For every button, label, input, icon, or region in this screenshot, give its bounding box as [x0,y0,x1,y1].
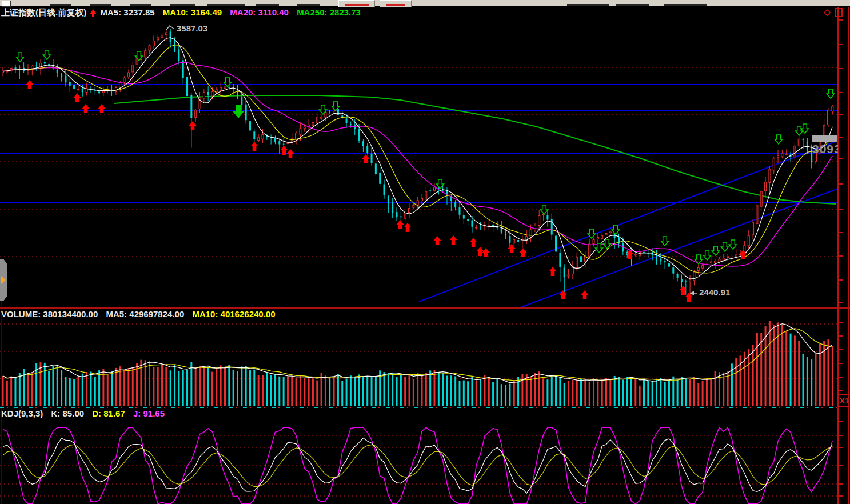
volume-bar [605,378,607,406]
volume-bar [735,358,737,406]
volume-bar [785,331,787,406]
candle-body-up [31,66,33,69]
sell-signal-arrow [827,89,835,98]
volume-bar [366,377,368,406]
candle-body-down [207,92,209,95]
volume-bar [65,377,66,406]
volume-bar [681,377,683,406]
kdj-j-value: 91.65 [143,409,165,418]
volume-bar [350,375,352,406]
buy-signal-arrow [26,80,34,89]
ma10-label: MA10: [163,7,189,17]
volume-bar [316,381,318,406]
candle-body-down [463,215,465,218]
volume-bar [702,381,704,406]
volume-bar [530,377,532,406]
buy-signal-arrow [581,290,589,299]
candle-body-down [517,240,519,242]
volume-bar [392,373,393,406]
volume-bar [337,374,339,406]
candle-body-up [312,122,314,125]
candle-body-down [350,124,352,125]
volume-bar [438,373,440,406]
candle-body-down [35,66,37,66]
volume-bar [546,379,548,406]
volume-bar [2,376,4,406]
volume-bar [484,375,485,406]
volume-bar [253,370,255,406]
candle-body-down [337,109,339,115]
candle-body-down [329,111,330,111]
volume-bar [421,375,423,406]
volume-bar [178,371,179,406]
volume-bar [211,372,213,406]
trendline [517,189,838,309]
candle-body-up [723,258,724,261]
volume-bar [677,379,679,406]
volume-bar [760,333,762,406]
volume-bar [454,376,456,406]
volume-bar [580,379,582,406]
buy-signal-arrow [520,248,527,257]
volume-bar [492,382,494,406]
ma250-line [114,95,836,204]
kdj-d-label: D: [92,409,101,418]
volume-bar [446,375,448,406]
volume-bar [639,386,641,406]
sell-signal-arrow [729,240,737,249]
ma250-label: MA250: [297,7,327,17]
volume-bar [773,325,775,406]
volume-bar [832,346,833,406]
volume-bar [442,373,444,406]
candle-body-up [605,233,607,235]
candle-body-down [668,263,670,266]
vol-ma5-label: MA5: [106,309,127,319]
candle-body-up [224,86,226,88]
volume-bar [509,384,510,406]
candle-body-up [735,255,737,257]
volume-bar [668,380,670,406]
candle-body-up [425,191,427,199]
candle-body-down [366,146,368,153]
diamond-icon[interactable]: ◇ [824,7,831,17]
candle-body-up [153,41,154,46]
candle-body-down [685,281,687,282]
candle-body-up [39,63,41,67]
trading-app-window: 上证指数(日线.前复权) MA5: 3237.85 MA10: 3164.49 … [0,0,850,504]
sell-signal-arrow [43,50,51,59]
candle-body-up [702,266,704,269]
volume-bar [149,361,150,406]
volume-bar [241,366,242,406]
volume-bar [266,372,268,406]
candle-body-down [388,197,389,202]
candle-body-up [325,113,326,118]
volume-bar [341,381,343,406]
volume-bar [815,353,817,406]
buy-signal-arrow [470,238,477,247]
volume-bar [555,376,557,406]
volume-bar [384,372,385,406]
volume-bar [157,367,159,406]
candle-body-down [396,212,398,217]
volume-bar [220,365,222,406]
volume-bar [396,377,398,406]
candle-body-down [618,238,620,243]
candle-body-down [454,202,456,207]
candle-body-down [61,74,62,77]
sell-signal-arrow [712,246,720,255]
candle-body-down [249,121,251,130]
sidebar-expand-handle[interactable] [0,259,7,301]
volume-bar [19,373,21,406]
candle-body-down [354,125,356,129]
volume-bar [127,368,129,406]
candle-body-up [748,236,749,246]
volume-bar [300,376,301,406]
main-chart-title: 上证指数(日线.前复权) MA5: 3237.85 MA10: 3164.49 … [1,7,361,18]
chart-canvas[interactable] [0,0,850,504]
volume-bar [245,366,247,406]
split-pane-icon[interactable] [835,8,843,17]
volume-bar [190,362,192,406]
volume-bar [10,377,12,406]
volume-bar [798,341,800,406]
buy-signal-arrow [362,154,370,163]
